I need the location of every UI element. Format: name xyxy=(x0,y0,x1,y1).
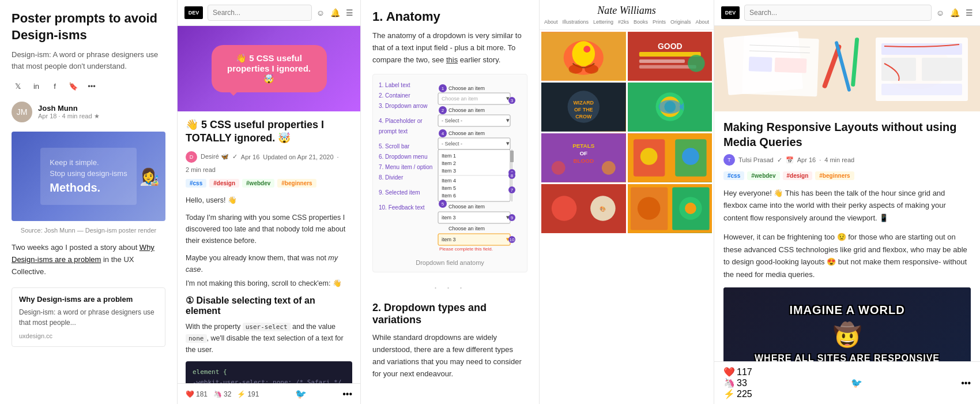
heart-reaction-2[interactable]: ❤️117 xyxy=(723,366,752,377)
dots-separator: · · · xyxy=(372,282,527,294)
article-content: 👋 5 CSS useful properties I TOTALLY igno… xyxy=(178,111,360,383)
hero-image xyxy=(714,26,980,111)
author-name-2[interactable]: Tulsi Prasad xyxy=(738,156,774,163)
author-name[interactable]: Josh Munn xyxy=(38,104,100,113)
body-text: Two weeks ago I posted a story about xyxy=(12,243,140,252)
unicorn-reaction[interactable]: 🦄32 xyxy=(213,390,231,398)
author-info: Josh Munn Apr 18 · 4 min read ★ xyxy=(38,104,100,120)
article-footer: ❤️181 🦄32 ⚡191 🐦 ••• xyxy=(178,383,360,404)
grid-item-5[interactable]: PETALS OF BLOOD xyxy=(541,133,626,182)
nav-item-prints[interactable]: Prints xyxy=(653,19,666,25)
svg-rect-109 xyxy=(922,58,962,81)
section2-number: 2. xyxy=(372,302,381,313)
article-body: Two weeks ago I posted a story about Why… xyxy=(12,242,165,278)
svg-text:Choose an item: Choose an item xyxy=(448,130,485,136)
tag-design[interactable]: #design xyxy=(209,179,239,188)
illustration-7: 🎨 xyxy=(541,184,626,233)
author-name[interactable]: Desiré 🦋 xyxy=(201,153,229,160)
unicorn-icon: 🦄 xyxy=(213,390,222,398)
label-1: 1. Label text xyxy=(379,80,432,91)
body-text-3: I'm not making this boring, scroll to ch… xyxy=(186,278,352,289)
bolt-reaction[interactable]: ⚡191 xyxy=(237,390,259,398)
svg-point-53 xyxy=(572,41,595,66)
tag-webdev[interactable]: #webdev xyxy=(242,179,274,188)
grid-item-3[interactable]: WIZARD OF THE CROW xyxy=(541,83,626,132)
grid-item-2[interactable]: GOOD xyxy=(628,32,713,81)
nav-item-books[interactable]: Books xyxy=(634,19,648,25)
svg-point-55 xyxy=(569,65,583,74)
svg-rect-61 xyxy=(639,65,696,69)
unicorn-count-2: 33 xyxy=(737,378,747,388)
dev-logo[interactable]: DEV xyxy=(184,6,203,19)
nav-item-illustrations[interactable]: Illustrations xyxy=(562,19,589,25)
related-article-card[interactable]: Why Design-isms are a problem Design-ism… xyxy=(12,287,165,347)
more-icon[interactable]: ••• xyxy=(85,80,98,92)
body-link[interactable]: this xyxy=(446,55,458,64)
svg-point-56 xyxy=(585,65,598,74)
illustration-svg-8 xyxy=(628,184,713,233)
grid-item-6[interactable] xyxy=(628,133,713,182)
svg-text:Choose an item: Choose an item xyxy=(448,226,485,231)
search-input[interactable] xyxy=(208,5,312,21)
inline-code-1: user-select xyxy=(243,323,291,331)
grid-item-8[interactable] xyxy=(628,184,713,233)
more-options-icon-2[interactable]: ••• xyxy=(961,378,971,388)
dev-logo-2[interactable]: DEV xyxy=(721,6,740,19)
read-time: 2 min read xyxy=(186,166,216,173)
svg-rect-60 xyxy=(639,59,684,63)
illustration-svg-3: WIZARD OF THE CROW xyxy=(541,83,626,132)
unicorn-reaction-2[interactable]: 🦄33 xyxy=(723,377,752,388)
svg-text:OF THE: OF THE xyxy=(574,107,593,113)
diagram-caption: Dropdown field anatomy xyxy=(379,259,521,266)
tag-beginners[interactable]: #beginners xyxy=(277,179,316,188)
bell-icon[interactable]: 🔔 xyxy=(330,8,340,17)
menu-icon-2[interactable]: ☰ xyxy=(966,8,973,17)
twitter-share-icon[interactable]: 🐦 xyxy=(295,388,307,399)
article-hero: 👋 5 CSS useful properties I ignored. 🤯 xyxy=(178,26,360,111)
svg-rect-101 xyxy=(775,58,807,73)
smiley-icon-2[interactable]: ☺ xyxy=(936,8,944,17)
bookmark-icon[interactable]: 🔖 xyxy=(67,80,80,92)
svg-point-62 xyxy=(687,55,704,72)
svg-text:▾: ▾ xyxy=(506,117,510,124)
tag-beginners-2[interactable]: #beginners xyxy=(815,171,854,180)
linkedin-icon[interactable]: in xyxy=(30,80,43,92)
search-input-2[interactable] xyxy=(744,5,932,21)
tag-css[interactable]: #css xyxy=(186,179,206,188)
label-8: 8. Divider xyxy=(379,173,432,183)
code-block: element { -webkit-user-select: none; /* … xyxy=(186,361,352,383)
menu-icon[interactable]: ☰ xyxy=(346,8,353,17)
svg-point-79 xyxy=(602,161,616,175)
illustration-4 xyxy=(628,83,713,132)
grid-item-7[interactable]: 🎨 xyxy=(541,184,626,233)
nav-item-about2[interactable]: About xyxy=(696,19,710,25)
bell-icon-2[interactable]: 🔔 xyxy=(950,8,960,17)
tag-css-2[interactable]: #css xyxy=(723,171,744,180)
nav-item-2ks[interactable]: #2ks xyxy=(618,19,629,25)
svg-point-78 xyxy=(552,161,566,175)
more-options-icon[interactable]: ••• xyxy=(342,389,352,399)
body-text-p2: However, it can be frightening too 😟 for… xyxy=(723,231,971,280)
twitter-share-icon-2[interactable]: 🐦 xyxy=(851,377,862,388)
grid-item-1[interactable] xyxy=(541,32,626,81)
svg-text:BLOOD: BLOOD xyxy=(573,158,594,164)
published-date: Apr 16 xyxy=(241,154,259,160)
tag-design-2[interactable]: #design xyxy=(783,171,813,180)
label-3: 3. Dropdown arrow xyxy=(379,101,432,111)
nav-item-originals[interactable]: Originals xyxy=(670,19,691,25)
header-icons: ☺ 🔔 ☰ xyxy=(316,8,353,17)
heart-reaction[interactable]: ❤️181 xyxy=(186,390,208,398)
twitter-icon[interactable]: 𝕏 xyxy=(12,80,24,92)
label-5: 5. Scroll bar xyxy=(379,141,432,152)
article-tags: #css #design #webdev #beginners xyxy=(186,179,352,188)
bubble-text: 👋 5 CSS useful properties I ignored. 🤯 xyxy=(227,53,311,84)
grid-item-4[interactable] xyxy=(628,83,713,132)
label-4: 4. Placeholder or xyxy=(379,116,432,126)
tag-webdev-2[interactable]: #webdev xyxy=(747,171,779,180)
svg-text:CROW: CROW xyxy=(575,114,592,119)
nav-item-lettering[interactable]: Lettering xyxy=(593,19,613,25)
nav-item-about[interactable]: About xyxy=(544,19,558,25)
smiley-icon[interactable]: ☺ xyxy=(316,8,325,17)
bolt-reaction-2[interactable]: ⚡225 xyxy=(723,388,752,399)
facebook-icon[interactable]: f xyxy=(48,80,61,92)
